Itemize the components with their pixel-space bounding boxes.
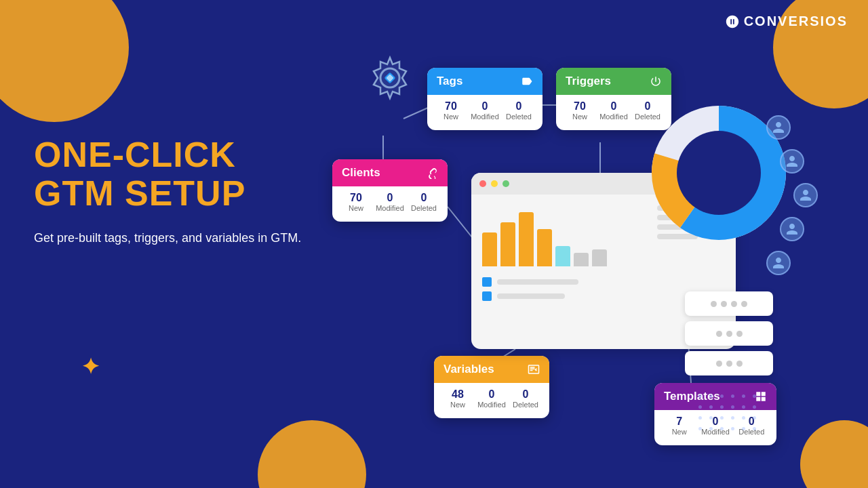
stacked-dot-5 (716, 331, 722, 337)
triggers-label: Triggers (566, 75, 611, 88)
clients-card: Clients 70 New 0 Modified 0 Deleted (332, 159, 448, 222)
line-square-1 (482, 277, 492, 287)
clients-new-label: New (349, 204, 363, 212)
dot-1 (479, 180, 486, 187)
tags-deleted-count: 0 (516, 100, 522, 113)
brand-logo: CONVERSIOS (725, 14, 848, 29)
dot-grid-decoration (698, 394, 760, 434)
stacked-card-1 (685, 291, 773, 316)
variables-card-header: Variables (434, 356, 549, 383)
bar-2 (500, 222, 515, 266)
bar-teal (555, 246, 570, 266)
hero-content: ONE-CLICK GTM SETUP Get pre-built tags, … (34, 136, 301, 247)
stacked-dot-2 (721, 301, 727, 307)
bar-gray-1 (574, 253, 589, 266)
line-bar-1 (497, 279, 578, 285)
stacked-dot-3 (731, 301, 737, 307)
variables-modified-count: 0 (489, 388, 495, 401)
templates-new-count: 7 (676, 415, 682, 428)
clients-new-count: 70 (350, 192, 362, 204)
avatar-group (766, 115, 818, 275)
avatar-icon-5 (772, 256, 785, 270)
variables-modified-label: Modified (477, 401, 506, 409)
tags-modified-count: 0 (482, 100, 488, 113)
avatar-3 (793, 183, 818, 207)
hero-title: ONE-CLICK GTM SETUP (34, 136, 301, 213)
avatar-icon-4 (785, 222, 799, 236)
bar-4 (537, 229, 552, 266)
stacked-dot-9 (726, 361, 732, 367)
stacked-card-3 (685, 351, 773, 375)
avatar-icon-3 (799, 188, 812, 202)
variables-deleted-count: 0 (523, 388, 529, 401)
tags-deleted-label: Deleted (506, 113, 532, 121)
dashboard-left-panel (482, 205, 646, 338)
triggers-new-count: 70 (574, 100, 586, 113)
hero-title-line1: ONE-CLICK (34, 136, 301, 174)
line-item-2 (482, 291, 646, 301)
stacked-dot-6 (726, 331, 732, 337)
line-item-1 (482, 277, 646, 287)
tags-card: Tags 70 New 0 Modified 0 Deleted (427, 68, 542, 130)
triggers-card-header: Triggers (556, 68, 671, 95)
hero-subtitle: Get pre-built tags, triggers, and variab… (34, 229, 301, 247)
avatar-2 (780, 149, 804, 174)
avatar-icon-1 (772, 121, 785, 134)
brand-name: CONVERSIOS (744, 14, 848, 29)
avatar-4 (780, 217, 804, 241)
triggers-icon (650, 75, 662, 87)
tags-card-body: 70 New 0 Modified 0 Deleted (427, 95, 542, 130)
triggers-modified-count: 0 (611, 100, 617, 113)
bar-gray-2 (592, 249, 607, 266)
stacked-dot-1 (711, 301, 717, 307)
clients-deleted-count: 0 (421, 192, 427, 204)
hero-title-line2: GTM SETUP (34, 174, 301, 213)
tags-label: Tags (437, 75, 462, 88)
line-square-2 (482, 291, 492, 301)
clients-deleted-label: Deleted (411, 204, 437, 212)
logo-icon (725, 14, 740, 29)
svg-point-13 (677, 131, 761, 215)
tags-new-count: 70 (445, 100, 457, 113)
clients-card-header: Clients (332, 159, 448, 186)
bar-chart (482, 205, 646, 266)
stacked-dot-4 (741, 301, 747, 307)
clients-icon (426, 167, 438, 179)
variables-card: Variables 48 New 0 Modified 0 Deleted (434, 356, 549, 418)
cross-decoration: ✦ (81, 354, 100, 380)
stacked-card-2 (685, 321, 773, 346)
clients-card-body: 70 New 0 Modified 0 Deleted (332, 186, 448, 222)
avatar-5 (766, 251, 791, 275)
line-bar-2 (497, 293, 565, 299)
decorative-blob-bottom-right (800, 420, 868, 488)
bar-3 (519, 212, 534, 266)
decorative-blob-bottom-left (258, 420, 366, 488)
tags-icon (521, 75, 533, 87)
line-items (482, 277, 646, 301)
avatar-icon-2 (785, 155, 799, 168)
gear-icon (363, 51, 417, 105)
stacked-dot-10 (736, 361, 743, 367)
tags-card-header: Tags (427, 68, 542, 95)
decorative-blob-top-left (0, 0, 129, 122)
dot-2 (491, 180, 498, 187)
variables-deleted-label: Deleted (513, 401, 538, 409)
dot-3 (502, 180, 509, 187)
stacked-cards (685, 291, 773, 375)
clients-modified-label: Modified (376, 204, 404, 212)
stacked-dot-7 (736, 331, 743, 337)
tags-new-label: New (443, 113, 458, 121)
tags-modified-label: Modified (471, 113, 499, 121)
bar-1 (482, 232, 497, 266)
triggers-new-label: New (572, 113, 587, 121)
avatar-1 (766, 115, 791, 140)
clients-modified-count: 0 (387, 192, 393, 204)
templates-new-label: New (672, 428, 687, 436)
variables-new-label: New (450, 401, 465, 409)
variables-icon (528, 363, 540, 375)
variables-new-count: 48 (452, 388, 464, 401)
svg-line-4 (448, 207, 475, 241)
gear-icon-container (363, 51, 417, 108)
clients-label: Clients (342, 166, 380, 180)
triggers-deleted-count: 0 (645, 100, 651, 113)
